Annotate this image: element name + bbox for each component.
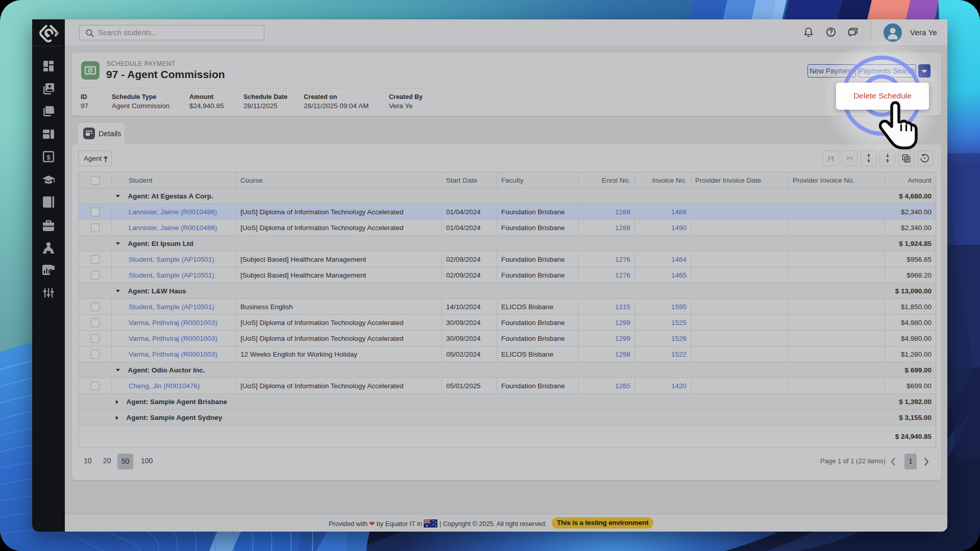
svg-text:$: $ — [46, 154, 51, 161]
